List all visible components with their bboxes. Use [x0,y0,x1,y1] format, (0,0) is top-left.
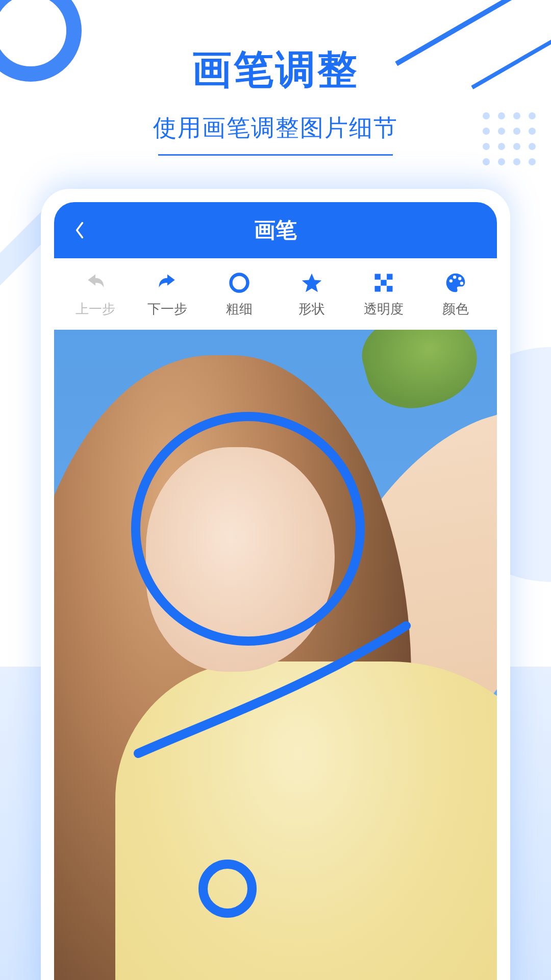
canvas-photo [54,330,497,980]
promo-subtitle: 使用画笔调整图片细节 [0,112,551,144]
tool-label: 形状 [298,300,325,318]
tool-label: 透明度 [364,300,404,318]
circle-ring-icon [227,271,252,295]
svg-point-8 [458,277,461,280]
canvas-area[interactable] [54,330,497,980]
phone-mockup: 画笔 上一步 下一步 [41,189,510,980]
checker-icon [371,271,396,295]
tool-label: 下一步 [147,300,187,318]
brush-toolbar: 上一步 下一步 粗细 [54,258,497,330]
svg-point-7 [453,275,456,278]
photo-clothing [115,662,497,980]
opacity-button[interactable]: 透明度 [358,271,409,318]
header-title: 画笔 [54,216,497,244]
tool-label: 粗细 [226,300,253,318]
redo-icon [155,271,180,295]
svg-point-9 [460,281,463,284]
svg-rect-5 [387,286,392,291]
tool-label: 颜色 [442,300,469,318]
chevron-left-icon [74,221,85,239]
phone-screen: 画笔 上一步 下一步 [54,202,497,980]
tool-label: 上一步 [76,300,115,318]
thickness-button[interactable]: 粗细 [214,271,265,318]
svg-rect-1 [374,274,380,279]
undo-button[interactable]: 上一步 [70,271,121,318]
subtitle-underline [158,154,393,156]
redo-button[interactable]: 下一步 [142,271,193,318]
svg-rect-4 [374,286,380,291]
svg-rect-3 [381,280,386,285]
bg-decoration-dots [483,112,536,165]
back-button[interactable] [69,220,90,240]
svg-rect-2 [387,274,392,279]
promo-title: 画笔调整 [0,43,551,97]
svg-point-6 [449,279,453,282]
svg-point-0 [231,274,248,291]
palette-icon [443,271,468,295]
star-icon [299,271,324,295]
shape-button[interactable]: 形状 [286,271,337,318]
undo-icon [83,271,108,295]
app-header: 画笔 [54,202,497,258]
color-button[interactable]: 颜色 [430,271,481,318]
